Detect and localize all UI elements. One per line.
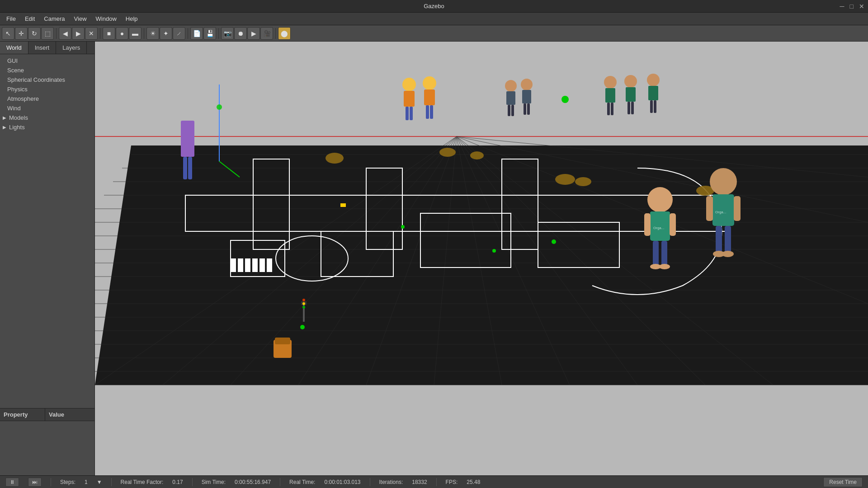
- tree-wind[interactable]: Wind: [0, 103, 94, 113]
- tree-lights[interactable]: ▶ Lights: [0, 122, 94, 132]
- screenshot-btn[interactable]: 📷: [221, 27, 234, 40]
- svg-point-63: [561, 96, 569, 103]
- svg-rect-68: [404, 91, 415, 107]
- play-btn[interactable]: ▶: [247, 27, 260, 40]
- left-panel: World Insert Layers GUI Scene Spherical …: [0, 42, 95, 475]
- dir-light-btn[interactable]: ⟋: [173, 27, 185, 40]
- menu-camera[interactable]: Camera: [39, 14, 69, 24]
- tab-layers[interactable]: Layers: [56, 42, 87, 54]
- scale-tool-btn[interactable]: ⬚: [41, 27, 54, 40]
- menu-edit[interactable]: Edit: [20, 14, 39, 24]
- tree-physics[interactable]: Physics: [0, 84, 94, 94]
- world-tree: GUI Scene Spherical Coordinates Physics …: [0, 54, 94, 233]
- status-sep1: [51, 478, 51, 486]
- menu-view[interactable]: View: [70, 14, 91, 24]
- svg-rect-80: [522, 90, 531, 103]
- status-sep6: [436, 478, 437, 486]
- close-btn[interactable]: ✕: [859, 3, 864, 10]
- step-btn[interactable]: ⏭: [28, 478, 42, 487]
- tree-gui[interactable]: GUI: [0, 56, 94, 66]
- pause-btn[interactable]: ⏸: [5, 478, 19, 487]
- extra-btn[interactable]: ⬤: [278, 27, 291, 40]
- svg-point-87: [624, 75, 637, 88]
- svg-rect-47: [252, 258, 258, 272]
- svg-rect-97: [653, 241, 659, 266]
- sphere-btn[interactable]: ●: [116, 27, 128, 40]
- svg-point-105: [710, 168, 737, 195]
- rotate-tool-btn[interactable]: ↻: [28, 27, 41, 40]
- fps-label: FPS:: [446, 479, 458, 485]
- svg-rect-114: [181, 121, 194, 157]
- svg-rect-57: [275, 338, 290, 344]
- cylinder-btn[interactable]: ▬: [129, 27, 142, 40]
- svg-point-52: [470, 151, 484, 160]
- models-arrow: ▶: [3, 115, 7, 120]
- svg-rect-107: [716, 226, 722, 253]
- svg-point-62: [302, 306, 305, 309]
- status-sep2: [111, 478, 112, 486]
- sep6: [275, 28, 276, 39]
- svg-text:Orga...: Orga...: [715, 210, 726, 214]
- svg-rect-98: [661, 241, 667, 266]
- steps-value: 1: [85, 479, 88, 485]
- translate-tool-btn[interactable]: ✛: [15, 27, 28, 40]
- svg-point-119: [492, 249, 496, 253]
- svg-rect-46: [245, 258, 250, 272]
- svg-rect-116: [188, 157, 192, 179]
- svg-rect-121: [340, 203, 346, 207]
- realtime-value: 0:00:01:03.013: [324, 479, 360, 485]
- svg-rect-81: [524, 103, 526, 115]
- menubar: File Edit Camera View Window Help: [0, 13, 868, 25]
- select-tool-btn[interactable]: ↖: [2, 27, 14, 40]
- sun-light-btn[interactable]: ☀: [146, 27, 159, 40]
- svg-rect-45: [238, 258, 243, 272]
- reset-time-btn[interactable]: Reset Time: [823, 477, 863, 487]
- svg-point-75: [505, 80, 517, 92]
- realtime-factor-label: Real Time Factor:: [121, 479, 164, 485]
- svg-rect-94: [654, 100, 656, 113]
- file-tools: 📄 💾: [190, 27, 216, 40]
- svg-point-83: [604, 76, 617, 89]
- svg-rect-100: [644, 213, 651, 236]
- cancel-btn[interactable]: ✕: [85, 27, 98, 40]
- menu-window[interactable]: Window: [91, 14, 121, 24]
- redo-btn[interactable]: ▶: [72, 27, 85, 40]
- sep4: [188, 28, 188, 39]
- minimize-btn[interactable]: ─: [840, 3, 844, 10]
- iterations-label: Iterations:: [379, 479, 403, 485]
- record-btn[interactable]: 🎥: [260, 27, 273, 40]
- property-col-header: Property: [0, 408, 45, 421]
- svg-rect-99: [650, 211, 670, 221]
- svg-point-79: [521, 79, 533, 90]
- menu-file[interactable]: File: [2, 14, 20, 24]
- shape-tools: ■ ● ▬: [103, 27, 142, 40]
- lights-arrow: ▶: [3, 125, 7, 130]
- box-btn[interactable]: ■: [103, 27, 115, 40]
- sep2: [100, 28, 100, 39]
- svg-point-53: [555, 174, 575, 185]
- simtime-label: Sim Time:: [202, 479, 226, 485]
- tree-atmosphere[interactable]: Atmosphere: [0, 94, 94, 103]
- svg-rect-89: [627, 102, 630, 114]
- svg-rect-110: [734, 196, 741, 221]
- tree-models[interactable]: ▶ Models: [0, 113, 94, 122]
- svg-rect-49: [267, 258, 272, 272]
- open-btn[interactable]: 📄: [190, 27, 203, 40]
- spot-light-btn[interactable]: ✦: [160, 27, 172, 40]
- tree-spherical[interactable]: Spherical Coordinates: [0, 75, 94, 84]
- menu-help[interactable]: Help: [121, 14, 142, 24]
- 3d-viewport[interactable]: Orga... Orga...: [95, 42, 868, 475]
- svg-rect-115: [183, 157, 187, 179]
- value-col-header: Value: [45, 408, 68, 421]
- app-title: Gazebo: [424, 3, 444, 9]
- maximize-btn[interactable]: □: [850, 3, 854, 10]
- scene-svg: Orga... Orga...: [95, 42, 868, 475]
- undo-btn[interactable]: ◀: [59, 27, 71, 40]
- svg-rect-48: [259, 258, 265, 272]
- tab-world[interactable]: World: [0, 42, 28, 54]
- tree-scene[interactable]: Scene: [0, 66, 94, 75]
- save-btn[interactable]: 💾: [203, 27, 216, 40]
- tab-insert[interactable]: Insert: [28, 42, 57, 54]
- log-btn[interactable]: ⏺: [234, 27, 247, 40]
- svg-rect-109: [706, 196, 713, 221]
